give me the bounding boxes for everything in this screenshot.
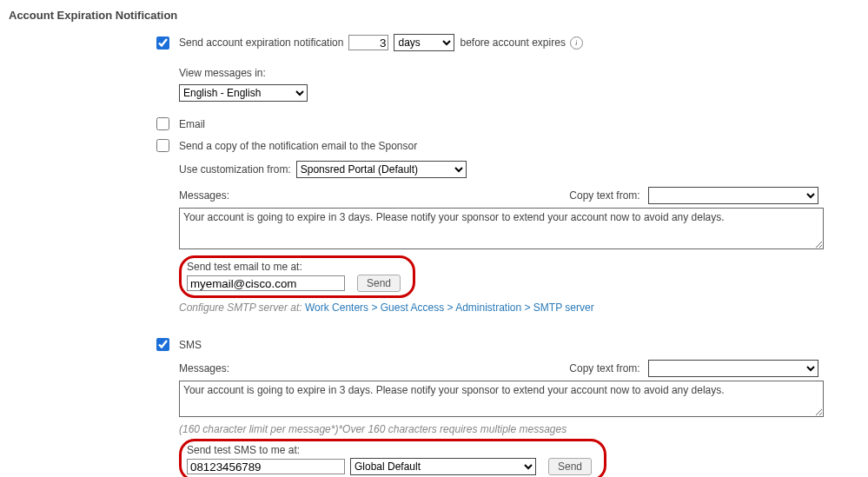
email-checkbox[interactable] xyxy=(156,117,169,130)
info-icon[interactable]: i xyxy=(570,36,583,50)
email-message-textarea[interactable]: Your account is going to expire in 3 day… xyxy=(179,208,824,249)
sms-limit-note: (160 character limit per message*)*Over … xyxy=(179,423,817,435)
sms-label: SMS xyxy=(179,339,202,351)
sms-messages-label: Messages: xyxy=(179,362,229,374)
email-messages-label: Messages: xyxy=(179,189,229,202)
sms-copy-from-select[interactable] xyxy=(648,360,818,377)
sms-row: SMS xyxy=(156,338,817,351)
email-test-section: Send test email to me at: Send Configure… xyxy=(179,252,817,314)
form-area: Send account expiration notification day… xyxy=(156,34,817,477)
sms-messages-block: Messages: Copy text from: Your account i… xyxy=(179,360,817,435)
email-test-highlight: Send test email to me at: Send xyxy=(179,255,415,298)
sms-provider-select[interactable]: Global Default xyxy=(350,458,536,475)
email-test-input[interactable] xyxy=(187,275,345,291)
sms-copy-from-label: Copy text from: xyxy=(569,362,639,374)
email-copy-from-label: Copy text from: xyxy=(569,189,639,202)
email-label: Email xyxy=(179,118,205,130)
customization-row: Use customization from: Sponsred Portal … xyxy=(179,161,817,178)
send-notification-checkbox[interactable] xyxy=(156,36,169,50)
expiration-unit-select[interactable]: days xyxy=(394,34,454,51)
email-messages-block: Messages: Copy text from: Your account i… xyxy=(179,187,817,252)
email-send-button[interactable]: Send xyxy=(357,275,401,292)
view-messages-label: View messages in: xyxy=(179,67,817,79)
view-messages-block: View messages in: English - English xyxy=(179,67,817,102)
send-copy-checkbox[interactable] xyxy=(156,139,169,152)
email-test-label: Send test email to me at: xyxy=(187,261,401,273)
email-config-prefix: Configure SMTP server at: xyxy=(179,301,302,314)
email-row: Email xyxy=(156,117,817,130)
sms-message-textarea[interactable]: Your account is going to expire in 3 day… xyxy=(179,381,824,417)
send-notification-row: Send account expiration notification day… xyxy=(156,34,817,51)
page-title: Account Expiration Notification xyxy=(9,9,859,22)
language-select[interactable]: English - English xyxy=(179,84,308,102)
email-copy-from-select[interactable] xyxy=(648,187,818,204)
sms-test-label: Send test SMS to me at: xyxy=(187,444,592,456)
customization-select[interactable]: Sponsred Portal (Default) xyxy=(296,161,467,178)
email-config-line: Configure SMTP server at: Work Centers >… xyxy=(179,301,817,314)
email-config-link[interactable]: Work Centers > Guest Access > Administra… xyxy=(305,301,594,314)
sms-test-input[interactable] xyxy=(187,459,345,474)
customization-label: Use customization from: xyxy=(179,163,291,176)
send-notification-label-pre: Send account expiration notification xyxy=(179,36,343,49)
sms-test-highlight: Send test SMS to me at: Global Default S… xyxy=(179,439,606,477)
sms-checkbox[interactable] xyxy=(156,338,169,351)
send-copy-label: Send a copy of the notification email to… xyxy=(179,140,417,152)
expiration-number-input[interactable] xyxy=(348,35,388,50)
sms-test-section: Send test SMS to me at: Global Default S… xyxy=(179,435,817,477)
send-copy-row: Send a copy of the notification email to… xyxy=(156,139,817,152)
sms-send-button[interactable]: Send xyxy=(548,458,592,475)
send-notification-label-post: before account expires xyxy=(460,36,565,49)
